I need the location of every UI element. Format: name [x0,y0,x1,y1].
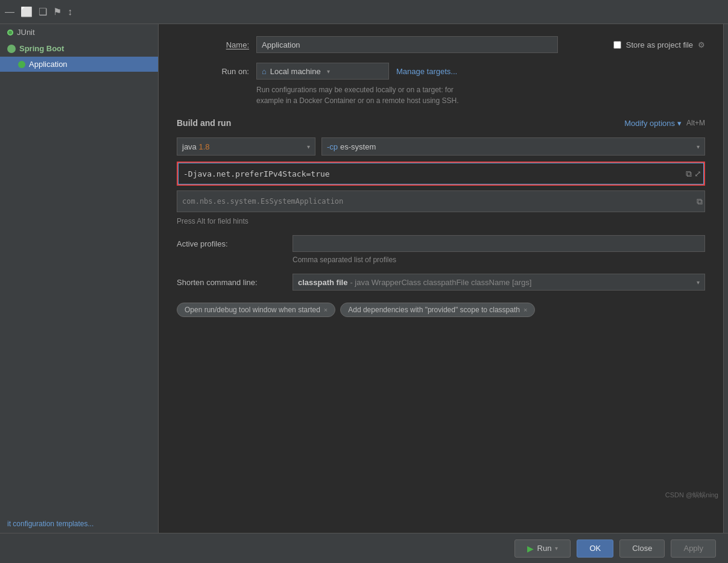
chevron-down-icon: ▾ [697,143,700,150]
run-on-label: Run on: [177,67,249,76]
springboot-icon [7,45,16,53]
store-project-label: Store as project file [626,40,693,49]
application-icon [18,61,25,68]
run-description: Run configurations may be executed local… [256,84,618,106]
watermark: CSDN @蜗蜗ning [665,491,718,500]
main-class-icons: ⧉ [697,197,703,207]
sidebar-label-junit: JUnit [17,28,35,37]
tag-chip-dependencies: Add dependencies with "provided" scope t… [340,303,535,317]
tag-label-run-debug: Open run/debug tool window when started [185,306,320,314]
main-content: Name: Store as project file ⚙ Run on: ⌂ … [159,24,723,533]
run-on-dropdown[interactable]: ⌂ Local machine ▾ [256,63,389,80]
profiles-label: Active profiles: [177,239,285,248]
name-label: Name: [177,40,249,49]
main-layout: JUnit Spring Boot Application it configu… [0,24,728,533]
chevron-down-icon: ▾ [677,119,682,128]
sidebar-item-junit[interactable]: JUnit [0,24,158,40]
sidebar-item-springboot[interactable]: Spring Boot [0,40,158,57]
tag-close-run-debug[interactable]: × [324,306,328,313]
java-label: java [182,142,197,151]
sidebar-item-application[interactable]: Application [0,57,158,72]
chevron-down-icon: ▾ [555,545,558,552]
gear-icon[interactable]: ⚙ [698,40,705,49]
profiles-row: Active profiles: [177,235,705,252]
name-row: Name: Store as project file ⚙ [177,36,705,53]
manage-targets-link[interactable]: Manage targets... [396,67,457,76]
vm-options-input[interactable] [178,163,704,184]
name-input[interactable] [256,36,558,53]
main-class-input[interactable] [177,190,705,212]
run-on-row: Run on: ⌂ Local machine ▾ Manage targets… [177,63,705,80]
cp-label: -cp [327,142,338,151]
minimize-icon[interactable]: — [5,7,14,17]
save-icon[interactable]: ❑ [39,6,47,17]
run-icon: ▶ [527,544,534,553]
modify-options-button[interactable]: Modify options ▾ Alt+M [624,119,705,128]
shorten-value: classpath file [298,278,347,287]
bottom-bar: ▶ Run ▾ OK Close Apply [0,533,728,563]
junit-icon [7,30,13,36]
local-machine-label: Local machine [270,67,321,76]
store-project-checkbox[interactable] [613,41,621,49]
expand-icon[interactable]: ⤢ [694,169,701,179]
toolbar: — ⬜ ❑ ⚑ ↕ [0,0,728,24]
field-hint: Press Alt for field hints [177,217,705,225]
tag-label-dependencies: Add dependencies with "provided" scope t… [348,306,520,314]
shorten-description: - java WrapperClass classpathFile classN… [350,278,531,287]
chevron-down-icon: ▾ [697,279,700,286]
sort-icon[interactable]: ↕ [68,7,72,17]
tags-section: Open run/debug tool window when started … [177,303,705,317]
store-project-container: Store as project file ⚙ [613,40,705,49]
section-header: Build and run Modify options ▾ Alt+M [177,118,705,128]
right-stripe [723,24,728,533]
profiles-hint: Comma separated list of profiles [293,256,705,264]
ok-button[interactable]: OK [577,539,613,558]
sidebar-label-application: Application [29,60,68,69]
copy-icon[interactable]: ⧉ [686,169,692,179]
shorten-row: Shorten command line: classpath file - j… [177,274,705,291]
build-run-section: Build and run Modify options ▾ Alt+M jav… [177,118,705,317]
sidebar-label-springboot: Spring Boot [19,44,64,53]
apply-button[interactable]: Apply [671,539,716,558]
java-version-label: 1.8 [198,142,209,151]
tag-close-dependencies[interactable]: × [524,306,527,313]
shorten-label: Shorten command line: [177,278,285,287]
chevron-down-icon: ▾ [307,143,310,150]
copy-icon[interactable]: ⧉ [697,197,703,206]
duplicate-icon[interactable]: ⬜ [21,6,33,17]
tag-chip-run-debug: Open run/debug tool window when started … [177,303,335,317]
flag-icon[interactable]: ⚑ [53,6,62,17]
sidebar-bottom-link[interactable]: it configuration templates... [0,515,158,533]
build-run-dropdowns: java 1.8 ▾ -cp es-system ▾ [177,137,705,156]
run-button[interactable]: ▶ Run ▾ [514,539,571,558]
java-version-dropdown[interactable]: java 1.8 ▾ [177,137,315,156]
chevron-down-icon: ▾ [327,68,330,75]
build-run-title: Build and run [177,118,231,128]
vm-options-container: ⧉ ⤢ [177,162,705,186]
profiles-input[interactable] [293,235,705,252]
sidebar: JUnit Spring Boot Application it configu… [0,24,159,533]
shorten-dropdown[interactable]: classpath file - java WrapperClass class… [293,274,705,291]
close-button[interactable]: Close [619,539,665,558]
cp-value: es-system [340,142,376,151]
main-class-container: ⧉ [177,190,705,212]
vm-options-icons: ⧉ ⤢ [686,169,701,179]
home-icon: ⌂ [262,67,267,76]
classpath-dropdown[interactable]: -cp es-system ▾ [321,137,705,156]
